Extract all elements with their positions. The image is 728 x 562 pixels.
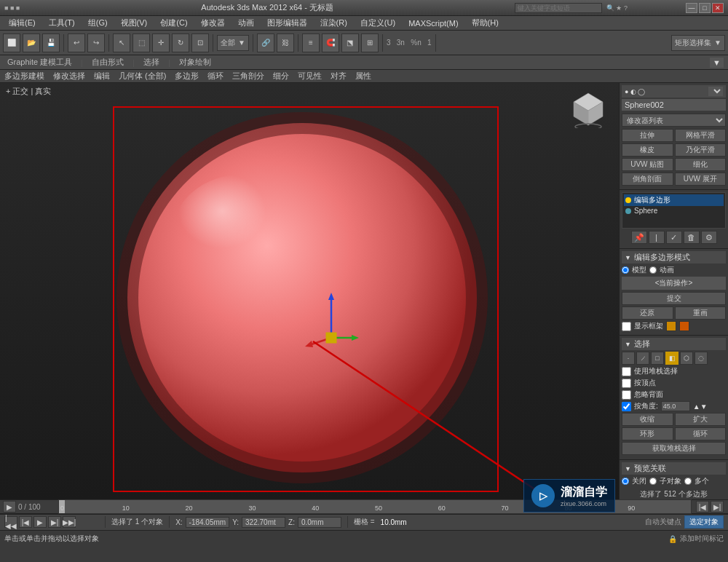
pb-prev-btn[interactable]: |◀ bbox=[19, 516, 32, 528]
rp-uvwunwrap-btn[interactable]: UVW 展开 bbox=[675, 173, 727, 186]
model-radio[interactable] bbox=[622, 266, 629, 274]
graphite-paint[interactable]: 对象绘制 bbox=[176, 56, 214, 68]
cage-color2[interactable] bbox=[679, 321, 689, 331]
selection-set-dropdown[interactable]: 矩形选择集▼ bbox=[671, 35, 725, 51]
sel-vertex-icon[interactable]: · bbox=[622, 352, 635, 365]
toolbar-select-region[interactable]: ⬚ bbox=[132, 33, 150, 52]
modifier-editpoly[interactable]: 编辑多边形 bbox=[624, 194, 724, 206]
rp-smooth-btn[interactable]: 网格平滑 bbox=[675, 129, 727, 142]
by-vertex-checkbox[interactable] bbox=[622, 379, 631, 388]
menu-view[interactable]: 视图(V) bbox=[115, 16, 154, 30]
pb-end-btn[interactable]: ▶▶| bbox=[63, 516, 76, 528]
toolbar-layer[interactable]: ≡ bbox=[302, 33, 320, 52]
menu-tools[interactable]: 工具(T) bbox=[43, 16, 81, 30]
sub-visibility[interactable]: 可见性 bbox=[298, 71, 322, 82]
grow-btn[interactable]: 扩大 bbox=[675, 413, 727, 426]
sel-edge-icon[interactable]: ⟋ bbox=[636, 352, 649, 365]
by-angle-spinner[interactable]: ▲▼ bbox=[693, 403, 708, 411]
menu-help[interactable]: 帮助(H) bbox=[466, 16, 505, 30]
rp-uvwmap-btn[interactable]: UVW 贴图 bbox=[622, 158, 673, 171]
toolbar-save[interactable]: 💾 bbox=[42, 33, 60, 52]
off-radio[interactable] bbox=[622, 478, 629, 485]
shrink-btn[interactable]: 收缩 bbox=[622, 413, 673, 426]
graphite-toggle[interactable]: ▼ bbox=[710, 58, 724, 68]
pb-start-btn[interactable]: |◀◀ bbox=[4, 516, 17, 528]
rp-pin-btn[interactable]: 📌 bbox=[631, 231, 647, 244]
sel-border-icon[interactable]: □ bbox=[651, 352, 664, 365]
rp-trash-btn[interactable]: 🗑 bbox=[684, 231, 700, 244]
menu-maxscript[interactable]: MAXScript(M) bbox=[403, 17, 464, 29]
cage-color1[interactable] bbox=[666, 321, 676, 331]
pb-play-btn[interactable]: ▶ bbox=[33, 516, 47, 528]
rp-refine-btn[interactable]: 细化 bbox=[675, 158, 727, 171]
rp-push-btn[interactable]: 拉伸 bbox=[622, 129, 673, 142]
rp-submit-btn[interactable]: 提交 bbox=[622, 292, 726, 305]
minimize-button[interactable]: — bbox=[686, 3, 697, 13]
by-angle-input[interactable] bbox=[661, 401, 690, 411]
rp-undo-btn[interactable]: 还原 bbox=[622, 306, 673, 320]
modifier-sphere[interactable]: Sphere bbox=[624, 206, 724, 215]
show-cage-checkbox[interactable] bbox=[622, 322, 631, 331]
use-stack-checkbox[interactable] bbox=[622, 367, 631, 376]
toolbar-redo[interactable]: ↪ bbox=[87, 33, 105, 52]
sub-loop[interactable]: 循环 bbox=[207, 71, 223, 82]
animation-radio[interactable] bbox=[649, 266, 657, 274]
sub-polygon[interactable]: 多边形 bbox=[175, 71, 199, 82]
maximize-button[interactable]: □ bbox=[699, 3, 711, 13]
graphite-freeform[interactable]: 自由形式 bbox=[89, 56, 127, 68]
toolbar-snap[interactable]: 🧲 bbox=[322, 33, 339, 52]
select-header[interactable]: ▼ 选择 bbox=[622, 338, 726, 350]
preview-header[interactable]: ▼ 预览关联 bbox=[622, 462, 726, 475]
rp-display-dropdown[interactable] bbox=[708, 87, 723, 96]
sub-triangulate[interactable]: 三角剖分 bbox=[232, 71, 264, 82]
toolbar-dropdown-all[interactable]: 全部▼ bbox=[217, 35, 249, 51]
graphite-select[interactable]: 选择 bbox=[141, 56, 162, 68]
ring-btn[interactable]: 环形 bbox=[622, 427, 673, 440]
menu-create[interactable]: 创建(C) bbox=[154, 16, 193, 30]
next-frame-btn[interactable]: ▶| bbox=[711, 501, 724, 512]
ignore-backface-checkbox[interactable] bbox=[622, 390, 631, 400]
toolbar-link[interactable]: 🔗 bbox=[257, 33, 274, 52]
toolbar-new[interactable]: ⬜ bbox=[3, 33, 20, 52]
menu-animation[interactable]: 动画 bbox=[232, 16, 260, 30]
rp-list-btn[interactable]: | bbox=[649, 231, 665, 244]
toolbar-unlink[interactable]: ⛓ bbox=[277, 33, 294, 52]
menu-graph-editor[interactable]: 图形编辑器 bbox=[261, 16, 313, 30]
toolbar-open[interactable]: 📂 bbox=[23, 33, 40, 52]
sub-geometry[interactable]: 几何体 (全部) bbox=[119, 71, 166, 82]
rp-check-btn[interactable]: ✓ bbox=[666, 231, 682, 244]
loop-btn[interactable]: 循环 bbox=[675, 427, 727, 440]
toolbar-move[interactable]: ✛ bbox=[152, 33, 170, 52]
sub-polygonmodel[interactable]: 多边形建模 bbox=[4, 71, 44, 82]
toolbar-align[interactable]: ⊞ bbox=[361, 33, 379, 52]
pb-next-btn[interactable]: ▶| bbox=[48, 516, 61, 528]
viewport[interactable]: + 正交 | 真实 bbox=[0, 83, 619, 499]
menu-group[interactable]: 组(G) bbox=[82, 16, 114, 30]
prev-frame-btn[interactable]: |◀ bbox=[696, 501, 709, 512]
navcube[interactable] bbox=[569, 90, 607, 128]
get-stack-btn[interactable]: 获取堆栈选择 bbox=[622, 442, 726, 455]
sub-radio[interactable] bbox=[649, 478, 657, 485]
editpoly-header[interactable]: ▼ 编辑多边形模式 bbox=[622, 251, 726, 264]
toolbar-rotate[interactable]: ↻ bbox=[172, 33, 189, 52]
sub-modifysel[interactable]: 修改选择 bbox=[53, 71, 85, 82]
menu-edit[interactable]: 编辑(E) bbox=[3, 16, 41, 30]
close-button[interactable]: ✕ bbox=[712, 3, 724, 13]
rp-meshsmooth-btn[interactable]: 乃化平滑 bbox=[675, 143, 727, 157]
toolbar-undo[interactable]: ↩ bbox=[68, 33, 85, 52]
toolbar-scale[interactable]: ⊡ bbox=[191, 33, 209, 52]
rp-chamfer-btn[interactable]: 倒角剖面 bbox=[622, 173, 673, 186]
search-input[interactable] bbox=[515, 3, 602, 13]
menu-modifier[interactable]: 修改器 bbox=[195, 16, 231, 30]
modifier-list-dropdown[interactable]: 修改器列表 bbox=[622, 114, 726, 127]
rp-relax-btn[interactable]: 橡皮 bbox=[622, 143, 673, 157]
sel-element-icon[interactable]: ⬡ bbox=[680, 352, 693, 365]
play-btn[interactable]: ▶ bbox=[3, 501, 16, 512]
sel-poly-icon[interactable]: ◧ bbox=[665, 352, 678, 365]
multi-radio[interactable] bbox=[684, 478, 692, 485]
toolbar-select[interactable]: ↖ bbox=[113, 33, 130, 52]
sel-extra-icon[interactable]: ◌ bbox=[695, 352, 708, 365]
sub-properties[interactable]: 属性 bbox=[355, 71, 371, 82]
rp-redo-btn[interactable]: 重画 bbox=[675, 306, 727, 320]
menu-customize[interactable]: 自定义(U) bbox=[355, 16, 401, 30]
